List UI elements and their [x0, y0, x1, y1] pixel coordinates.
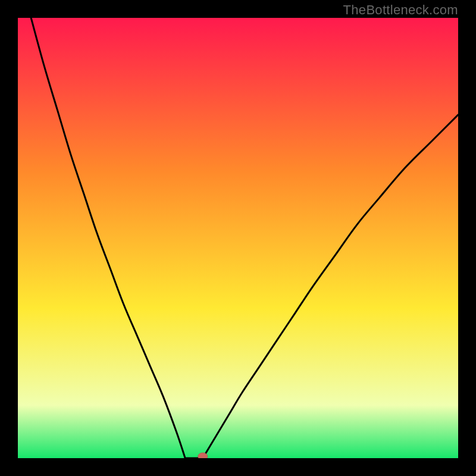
- gradient-background: [18, 18, 458, 458]
- bottleneck-chart: [18, 18, 458, 458]
- optimal-point-marker: [198, 453, 208, 458]
- plot-area: [18, 18, 458, 458]
- watermark-text: TheBottleneck.com: [343, 2, 458, 18]
- chart-frame: TheBottleneck.com: [0, 0, 476, 476]
